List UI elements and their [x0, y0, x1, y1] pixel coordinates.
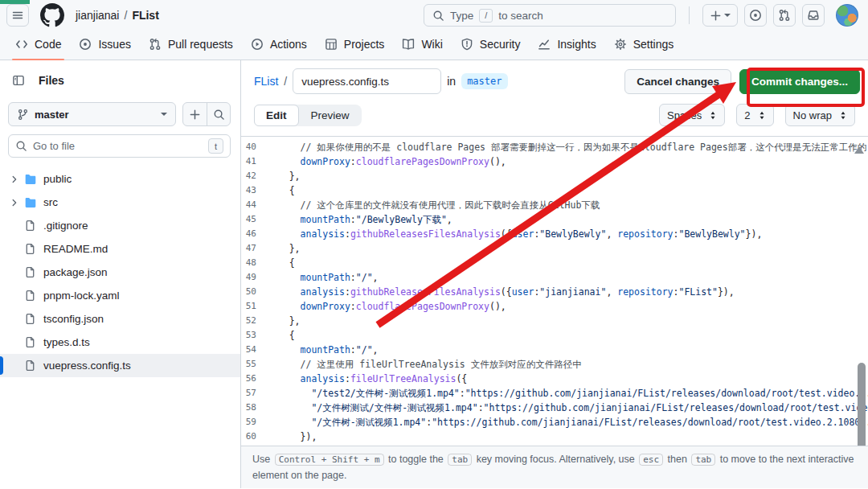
pull-request-icon — [778, 9, 791, 22]
tab-label: Insights — [557, 38, 596, 51]
user-avatar[interactable] — [836, 4, 858, 27]
line-number: 49 — [241, 270, 267, 285]
tab-edit[interactable]: Edit — [254, 105, 299, 126]
code-line-48: 48 { — [241, 256, 868, 270]
code-line-52: 52 }, — [241, 314, 868, 328]
commit-changes-button[interactable]: Commit changes... — [739, 69, 860, 94]
code-text: mountPath:"/BewlyBewly下载", — [267, 212, 452, 227]
footer-text: key moving focus. Alternatively, use — [473, 454, 637, 465]
tab-projects[interactable]: Projects — [318, 29, 391, 60]
code-lines: 40 // 如果你使用的不是 cloudflare Pages 部署需要删掉这一… — [241, 137, 868, 446]
file-header: FList / in master Cancel changes Commit … — [241, 60, 868, 102]
code-text: // 这里使用 fileUrlTreeAnalysis 文件放到对应的文件路径中 — [267, 357, 582, 372]
line-number: 53 — [241, 328, 267, 343]
tab-pull-requests[interactable]: Pull requests — [142, 29, 240, 60]
selected-indicator — [0, 356, 3, 375]
git-branch-icon — [17, 109, 29, 121]
tree-file-tsconfig.json[interactable]: tsconfig.json — [0, 307, 240, 331]
folder-icon — [24, 196, 38, 209]
up-down-icon — [839, 110, 847, 121]
tree-file-vuepress.config.ts[interactable]: vuepress.config.ts — [0, 354, 240, 377]
tab-preview[interactable]: Preview — [299, 105, 362, 126]
up-down-icon — [709, 110, 717, 121]
code-text: }, — [267, 314, 301, 328]
slash-key-hint: / — [479, 9, 493, 23]
kbd-key: tab — [448, 454, 472, 466]
files-sidebar: Files master Go to file t publicsrc.giti… — [0, 60, 241, 488]
code-text: analysis:githubReleasesFilesAnalysis({us… — [267, 285, 735, 299]
tree-item-label: .gitignore — [43, 220, 88, 232]
pull-requests-nav-button[interactable] — [773, 4, 796, 27]
tab-code[interactable]: Code — [9, 29, 68, 60]
code-icon — [15, 38, 28, 51]
tab-actions[interactable]: Actions — [244, 29, 313, 60]
file-icon — [24, 220, 38, 232]
tree-folder-public[interactable]: public — [0, 167, 240, 191]
path-separator: / — [284, 75, 287, 88]
code-line-51: 51 downProxy:cloudflarePagesDownProxy(), — [241, 299, 868, 314]
inbox-button[interactable] — [802, 4, 825, 27]
file-path-breadcrumb: FList / in master — [254, 68, 508, 94]
tab-label: Issues — [98, 38, 130, 51]
global-search-input[interactable]: Type / to search — [424, 4, 676, 27]
tree-file-README.md[interactable]: README.md — [0, 237, 240, 261]
chevron-right-icon — [10, 198, 24, 208]
search-icon — [15, 140, 27, 152]
issues-nav-button[interactable] — [744, 4, 767, 27]
file-tree: publicsrc.gitignoreREADME.mdpackage.json… — [0, 167, 240, 377]
branch-selector[interactable]: master — [8, 102, 176, 126]
indent-mode-select[interactable]: Spaces — [659, 104, 725, 126]
tree-file-package.json[interactable]: package.json — [0, 261, 240, 284]
tab-wiki[interactable]: Wiki — [395, 29, 448, 60]
breadcrumb-repo-link[interactable]: FList — [132, 9, 158, 22]
line-number: 46 — [241, 227, 267, 241]
code-line-41: 41 downProxy:cloudflarePagesDownProxy(), — [241, 154, 868, 169]
line-number: 48 — [241, 256, 267, 270]
indent-size-select[interactable]: 2 — [736, 104, 773, 126]
wrap-mode-select[interactable]: No wrap — [785, 104, 855, 126]
line-number: 50 — [241, 285, 267, 299]
tree-item-label: types.d.ts — [43, 336, 90, 348]
tab-label: Actions — [270, 38, 307, 51]
vertical-scrollbar-thumb[interactable] — [858, 363, 866, 446]
code-text: }, — [267, 241, 301, 256]
tree-item-label: src — [43, 196, 58, 208]
tab-label: Code — [35, 38, 61, 51]
files-panel-title: Files — [39, 74, 64, 87]
code-line-56: 56 analysis:fileUrlTreeAnalysis({ — [241, 372, 868, 386]
tab-insights[interactable]: Insights — [531, 29, 602, 60]
footer-text: then — [665, 454, 690, 465]
tab-settings[interactable]: Settings — [608, 29, 681, 60]
collapse-sidebar-button[interactable] — [6, 68, 31, 92]
new-file-button[interactable] — [183, 103, 207, 125]
breadcrumb-owner-link[interactable]: jianjianai — [76, 9, 119, 22]
hamburger-menu-button[interactable] — [6, 4, 29, 27]
editor-toolbar: Edit Preview Spaces 2 No wrap — [241, 102, 868, 136]
github-logo[interactable] — [40, 2, 66, 28]
file-icon — [24, 313, 38, 325]
cancel-changes-button[interactable]: Cancel changes — [624, 69, 731, 94]
tab-label: Wiki — [421, 38, 442, 51]
search-tree-button[interactable] — [207, 103, 230, 125]
create-new-button[interactable] — [702, 4, 738, 27]
repo-root-link[interactable]: FList — [254, 75, 278, 88]
go-to-file-input[interactable]: Go to file t — [8, 134, 231, 158]
code-editor[interactable]: 40 // 如果你使用的不是 cloudflare Pages 部署需要删掉这一… — [241, 136, 868, 446]
code-line-60: 60 }), — [241, 429, 868, 444]
navbar-divider — [689, 6, 690, 24]
footer-text: Use — [252, 454, 273, 465]
tree-file-pnpm-lock.yaml[interactable]: pnpm-lock.yaml — [0, 284, 240, 307]
code-line-46: 46 analysis:githubReleasesFilesAnalysis(… — [241, 227, 868, 241]
line-number: 56 — [241, 372, 267, 386]
search-placeholder-suffix: to search — [498, 10, 543, 22]
tree-file-.gitignore[interactable]: .gitignore — [0, 214, 240, 237]
scroll-up-arrow[interactable] — [854, 146, 864, 154]
tab-security[interactable]: Security — [454, 29, 527, 60]
tree-folder-src[interactable]: src — [0, 191, 240, 214]
tree-file-types.d.ts[interactable]: types.d.ts — [0, 331, 240, 354]
line-number: 57 — [241, 386, 267, 401]
shortcut-key-hint: t — [208, 138, 223, 154]
caret-down-icon — [724, 14, 731, 17]
filename-input[interactable] — [293, 68, 441, 94]
tab-issues[interactable]: Issues — [72, 29, 137, 60]
